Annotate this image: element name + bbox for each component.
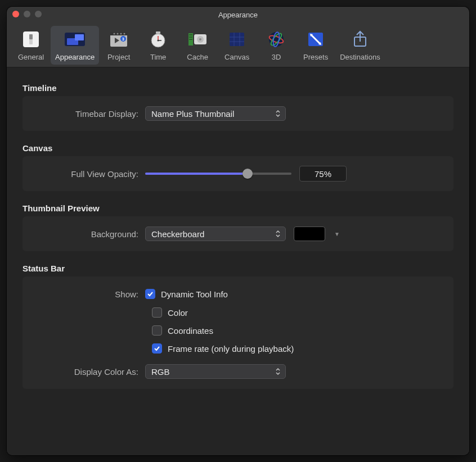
checkbox-dynamic-tool-info[interactable] xyxy=(145,289,155,299)
show-label: Show: xyxy=(33,289,145,299)
svg-point-11 xyxy=(124,33,125,35)
tab-label: Presets xyxy=(303,53,328,61)
opacity-value-field[interactable]: 75% xyxy=(299,166,347,182)
tab-appearance[interactable]: Appearance xyxy=(51,26,99,65)
window-controls xyxy=(12,11,42,17)
chevron-updown-icon xyxy=(274,109,282,120)
slider-fill xyxy=(145,173,248,175)
section-heading-canvas: Canvas xyxy=(23,143,453,153)
tab-label: 3D xyxy=(272,53,281,61)
checkbox-label: Dynamic Tool Info xyxy=(161,289,228,299)
background-color-well[interactable] xyxy=(294,227,325,241)
background-label: Background: xyxy=(33,229,145,239)
project-icon: 3 xyxy=(107,28,130,51)
3d-icon xyxy=(265,28,288,51)
svg-point-26 xyxy=(199,38,201,40)
svg-rect-23 xyxy=(189,39,192,40)
preferences-window: Appearance General Appearance 3 Project xyxy=(7,7,469,455)
section-thumbnail: Background: Checkerboard ▼ xyxy=(23,216,453,251)
tab-3d[interactable]: 3D xyxy=(257,26,296,65)
opacity-slider[interactable] xyxy=(145,167,291,180)
section-heading-statusbar: Status Bar xyxy=(23,264,453,273)
tab-label: General xyxy=(18,53,44,61)
minimize-window-button[interactable] xyxy=(24,11,30,17)
tab-presets[interactable]: Presets xyxy=(296,26,335,65)
preferences-content: Timeline Timebar Display: Name Plus Thum… xyxy=(7,67,469,455)
checkbox-frame-rate[interactable] xyxy=(152,343,162,354)
select-value: RGB xyxy=(151,367,170,377)
tab-canvas[interactable]: Canvas xyxy=(217,26,257,65)
presets-icon xyxy=(304,28,327,51)
destinations-icon xyxy=(349,28,371,51)
svg-rect-5 xyxy=(75,34,84,40)
tab-project[interactable]: 3 Project xyxy=(99,26,138,65)
tab-label: Project xyxy=(107,53,130,61)
titlebar: Appearance xyxy=(7,7,469,22)
display-color-select[interactable]: RGB xyxy=(145,364,286,379)
svg-rect-22 xyxy=(189,37,192,38)
select-value: Checkerboard xyxy=(151,229,204,239)
close-window-button[interactable] xyxy=(12,11,19,17)
time-icon xyxy=(147,28,169,51)
tab-label: Cache xyxy=(187,53,208,61)
opacity-label: Full View Opacity: xyxy=(33,169,145,179)
window-title: Appearance xyxy=(218,11,258,19)
general-icon xyxy=(20,28,42,51)
svg-rect-2 xyxy=(29,34,33,39)
timebar-display-label: Timebar Display: xyxy=(33,109,145,119)
tab-label: Canvas xyxy=(224,53,249,61)
display-color-label: Display Color As: xyxy=(33,367,145,377)
background-select[interactable]: Checkerboard xyxy=(145,227,286,241)
section-heading-thumbnail: Thumbnail Preview xyxy=(23,203,453,213)
select-value: Name Plus Thumbnail xyxy=(151,109,234,119)
canvas-icon xyxy=(226,28,248,51)
slider-thumb[interactable] xyxy=(243,169,253,179)
svg-point-10 xyxy=(120,33,122,35)
svg-point-19 xyxy=(158,40,159,42)
tab-label: Time xyxy=(150,53,166,61)
timebar-display-select[interactable]: Name Plus Thumbnail xyxy=(145,106,286,121)
zoom-window-button[interactable] xyxy=(35,11,42,17)
tab-label: Appearance xyxy=(55,53,95,61)
tab-general[interactable]: General xyxy=(11,26,51,65)
section-timeline: Timebar Display: Name Plus Thumbnail xyxy=(23,96,453,131)
tab-label: Destinations xyxy=(340,53,380,61)
svg-rect-16 xyxy=(156,31,160,34)
checkbox-label: Coordinates xyxy=(168,326,213,336)
tab-cache[interactable]: Cache xyxy=(178,26,217,65)
tab-destinations[interactable]: Destinations xyxy=(335,26,385,65)
cache-icon xyxy=(186,28,209,51)
checkbox-label: Color xyxy=(168,308,188,318)
section-statusbar: Show: Dynamic Tool Info Color xyxy=(23,277,453,389)
chevron-updown-icon xyxy=(274,229,282,240)
checkbox-color[interactable] xyxy=(152,307,162,318)
chevron-down-icon[interactable]: ▼ xyxy=(333,231,340,237)
section-canvas: Full View Opacity: 75% xyxy=(23,156,453,191)
appearance-icon xyxy=(64,28,86,51)
svg-rect-27 xyxy=(230,33,244,46)
svg-point-8 xyxy=(114,33,115,35)
svg-point-9 xyxy=(117,33,119,35)
section-heading-timeline: Timeline xyxy=(23,83,453,93)
svg-text:3: 3 xyxy=(122,37,124,41)
preferences-toolbar: General Appearance 3 Project Time Cache xyxy=(7,22,469,67)
svg-rect-21 xyxy=(189,34,192,35)
tab-time[interactable]: Time xyxy=(138,26,178,65)
chevron-updown-icon xyxy=(274,367,282,378)
checkbox-coordinates[interactable] xyxy=(152,325,162,336)
checkbox-label: Frame rate (only during playback) xyxy=(168,344,294,354)
